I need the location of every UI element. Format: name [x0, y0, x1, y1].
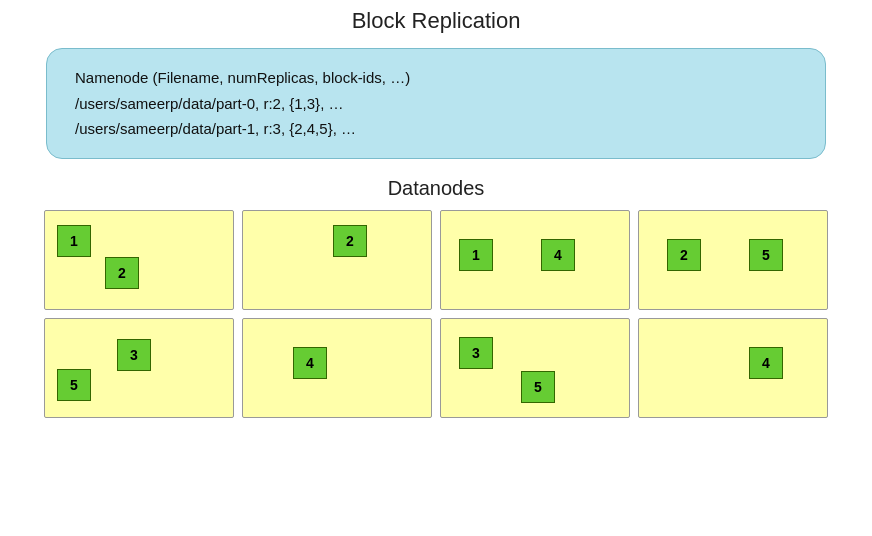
datanode-cell: 4 [242, 318, 432, 418]
datanode-cell: 35 [440, 318, 630, 418]
namenode-line-2: /users/sameerp/data/part-0, r:2, {1,3}, … [75, 91, 797, 117]
data-block: 1 [57, 225, 91, 257]
datanode-cell: 14 [440, 210, 630, 310]
namenode-line-3: /users/sameerp/data/part-1, r:3, {2,4,5}… [75, 116, 797, 142]
data-block: 4 [293, 347, 327, 379]
namenode-box: Namenode (Filename, numReplicas, block-i… [46, 48, 826, 159]
data-block: 4 [541, 239, 575, 271]
data-block: 3 [117, 339, 151, 371]
namenode-line-1: Namenode (Filename, numReplicas, block-i… [75, 65, 797, 91]
datanode-grid: 1221425534354 [44, 210, 828, 418]
data-block: 4 [749, 347, 783, 379]
data-block: 2 [105, 257, 139, 289]
data-block: 2 [667, 239, 701, 271]
datanodes-label: Datanodes [388, 177, 485, 200]
datanode-cell: 25 [638, 210, 828, 310]
datanode-cell: 4 [638, 318, 828, 418]
data-block: 5 [521, 371, 555, 403]
data-block: 2 [333, 225, 367, 257]
data-block: 3 [459, 337, 493, 369]
datanode-cell: 12 [44, 210, 234, 310]
datanode-cell: 2 [242, 210, 432, 310]
data-block: 1 [459, 239, 493, 271]
page-title: Block Replication [352, 8, 521, 34]
data-block: 5 [749, 239, 783, 271]
page: Block Replication Namenode (Filename, nu… [0, 0, 872, 536]
datanode-cell: 53 [44, 318, 234, 418]
data-block: 5 [57, 369, 91, 401]
